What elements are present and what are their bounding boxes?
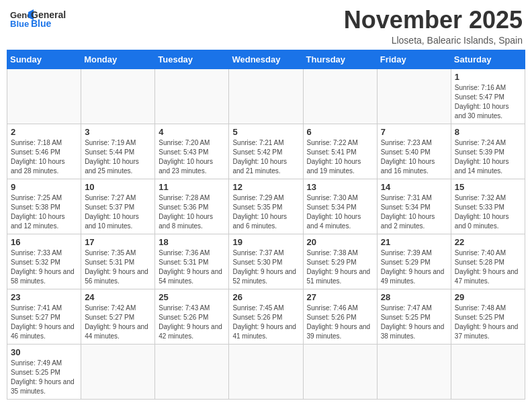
calendar-week-row: 30Sunrise: 7:49 AM Sunset: 5:25 PM Dayli… xyxy=(7,344,525,399)
logo-icon: General Blue xyxy=(9,7,34,31)
day-number: 7 xyxy=(381,127,447,137)
calendar-week-row: 9Sunrise: 7:25 AM Sunset: 5:38 PM Daylig… xyxy=(7,179,525,234)
table-row: 29Sunrise: 7:48 AM Sunset: 5:25 PM Dayli… xyxy=(451,289,525,344)
table-row xyxy=(81,68,155,124)
table-row: 17Sunrise: 7:35 AM Sunset: 5:31 PM Dayli… xyxy=(81,234,155,289)
day-info: Sunrise: 7:41 AM Sunset: 5:27 PM Dayligh… xyxy=(11,304,77,341)
day-number: 22 xyxy=(455,237,521,247)
table-row: 12Sunrise: 7:29 AM Sunset: 5:35 PM Dayli… xyxy=(229,179,303,234)
day-number: 23 xyxy=(11,292,77,302)
table-row xyxy=(229,344,303,399)
table-row: 21Sunrise: 7:39 AM Sunset: 5:29 PM Dayli… xyxy=(377,234,451,289)
weekday-header-tuesday: Tuesday xyxy=(155,50,229,68)
table-row: 30Sunrise: 7:49 AM Sunset: 5:25 PM Dayli… xyxy=(7,344,81,399)
table-row: 19Sunrise: 7:37 AM Sunset: 5:30 PM Dayli… xyxy=(229,234,303,289)
day-info: Sunrise: 7:48 AM Sunset: 5:25 PM Dayligh… xyxy=(455,304,521,341)
day-number: 15 xyxy=(455,182,521,192)
day-number: 17 xyxy=(85,237,151,247)
table-row: 24Sunrise: 7:42 AM Sunset: 5:27 PM Dayli… xyxy=(81,289,155,344)
table-row xyxy=(81,344,155,399)
day-info: Sunrise: 7:45 AM Sunset: 5:26 PM Dayligh… xyxy=(232,304,299,341)
table-row: 13Sunrise: 7:30 AM Sunset: 5:34 PM Dayli… xyxy=(303,179,377,234)
day-info: Sunrise: 7:38 AM Sunset: 5:29 PM Dayligh… xyxy=(307,248,373,286)
calendar-week-row: 1Sunrise: 7:16 AM Sunset: 5:47 PM Daylig… xyxy=(7,68,525,124)
table-row: 4Sunrise: 7:20 AM Sunset: 5:43 PM Daylig… xyxy=(155,124,229,179)
logo: General Blue General Blue xyxy=(9,7,66,31)
day-info: Sunrise: 7:19 AM Sunset: 5:44 PM Dayligh… xyxy=(85,138,151,176)
table-row: 23Sunrise: 7:41 AM Sunset: 5:27 PM Dayli… xyxy=(7,289,81,344)
day-info: Sunrise: 7:32 AM Sunset: 5:33 PM Dayligh… xyxy=(455,193,521,231)
location-text: Lloseta, Balearic Islands, Spain xyxy=(344,35,523,46)
table-row xyxy=(451,344,525,399)
table-row xyxy=(377,344,451,399)
table-row: 8Sunrise: 7:24 AM Sunset: 5:39 PM Daylig… xyxy=(451,124,525,179)
day-number: 26 xyxy=(232,292,299,302)
day-number: 20 xyxy=(307,237,373,247)
day-info: Sunrise: 7:16 AM Sunset: 5:47 PM Dayligh… xyxy=(455,83,521,121)
table-row: 28Sunrise: 7:47 AM Sunset: 5:25 PM Dayli… xyxy=(377,289,451,344)
day-number: 5 xyxy=(232,127,299,137)
day-info: Sunrise: 7:25 AM Sunset: 5:38 PM Dayligh… xyxy=(11,193,77,231)
day-info: Sunrise: 7:36 AM Sunset: 5:31 PM Dayligh… xyxy=(159,248,225,286)
day-info: Sunrise: 7:18 AM Sunset: 5:46 PM Dayligh… xyxy=(11,138,77,176)
day-info: Sunrise: 7:30 AM Sunset: 5:34 PM Dayligh… xyxy=(307,193,373,231)
table-row: 1Sunrise: 7:16 AM Sunset: 5:47 PM Daylig… xyxy=(451,68,525,124)
day-info: Sunrise: 7:21 AM Sunset: 5:42 PM Dayligh… xyxy=(232,138,299,176)
day-number: 21 xyxy=(381,237,447,247)
table-row: 3Sunrise: 7:19 AM Sunset: 5:44 PM Daylig… xyxy=(81,124,155,179)
table-row: 20Sunrise: 7:38 AM Sunset: 5:29 PM Dayli… xyxy=(303,234,377,289)
weekday-header-thursday: Thursday xyxy=(303,50,377,68)
table-row: 7Sunrise: 7:23 AM Sunset: 5:40 PM Daylig… xyxy=(377,124,451,179)
day-number: 30 xyxy=(11,347,77,357)
table-row: 2Sunrise: 7:18 AM Sunset: 5:46 PM Daylig… xyxy=(7,124,81,179)
weekday-header-saturday: Saturday xyxy=(451,50,525,68)
title-area: November 2025 Lloseta, Balearic Islands,… xyxy=(344,7,523,46)
header: General Blue General Blue November 2025 … xyxy=(7,7,525,46)
day-number: 27 xyxy=(307,292,373,302)
table-row: 9Sunrise: 7:25 AM Sunset: 5:38 PM Daylig… xyxy=(7,179,81,234)
table-row xyxy=(7,68,81,124)
day-number: 4 xyxy=(159,127,225,137)
day-info: Sunrise: 7:37 AM Sunset: 5:30 PM Dayligh… xyxy=(232,248,299,286)
day-info: Sunrise: 7:27 AM Sunset: 5:37 PM Dayligh… xyxy=(85,193,151,231)
table-row xyxy=(303,344,377,399)
table-row: 10Sunrise: 7:27 AM Sunset: 5:37 PM Dayli… xyxy=(81,179,155,234)
day-info: Sunrise: 7:20 AM Sunset: 5:43 PM Dayligh… xyxy=(159,138,225,176)
day-number: 12 xyxy=(232,182,299,192)
weekday-header-monday: Monday xyxy=(81,50,155,68)
table-row xyxy=(229,68,303,124)
table-row: 25Sunrise: 7:43 AM Sunset: 5:26 PM Dayli… xyxy=(155,289,229,344)
day-number: 14 xyxy=(381,182,447,192)
day-info: Sunrise: 7:42 AM Sunset: 5:27 PM Dayligh… xyxy=(85,304,151,341)
day-number: 6 xyxy=(307,127,373,137)
weekday-header-row: SundayMondayTuesdayWednesdayThursdayFrid… xyxy=(7,50,525,68)
day-info: Sunrise: 7:33 AM Sunset: 5:32 PM Dayligh… xyxy=(11,248,77,286)
day-number: 19 xyxy=(232,237,299,247)
day-number: 3 xyxy=(85,127,151,137)
day-number: 24 xyxy=(85,292,151,302)
day-number: 13 xyxy=(307,182,373,192)
day-info: Sunrise: 7:24 AM Sunset: 5:39 PM Dayligh… xyxy=(455,138,521,176)
day-number: 1 xyxy=(455,72,521,82)
table-row: 14Sunrise: 7:31 AM Sunset: 5:34 PM Dayli… xyxy=(377,179,451,234)
weekday-header-wednesday: Wednesday xyxy=(229,50,303,68)
day-number: 8 xyxy=(455,127,521,137)
calendar-week-row: 23Sunrise: 7:41 AM Sunset: 5:27 PM Dayli… xyxy=(7,289,525,344)
day-number: 10 xyxy=(85,182,151,192)
day-number: 29 xyxy=(455,292,521,302)
day-number: 25 xyxy=(159,292,225,302)
day-info: Sunrise: 7:43 AM Sunset: 5:26 PM Dayligh… xyxy=(159,304,225,341)
day-info: Sunrise: 7:49 AM Sunset: 5:25 PM Dayligh… xyxy=(11,359,77,396)
day-info: Sunrise: 7:39 AM Sunset: 5:29 PM Dayligh… xyxy=(381,248,447,286)
calendar-week-row: 16Sunrise: 7:33 AM Sunset: 5:32 PM Dayli… xyxy=(7,234,525,289)
day-number: 16 xyxy=(11,237,77,247)
day-info: Sunrise: 7:47 AM Sunset: 5:25 PM Dayligh… xyxy=(381,304,447,341)
table-row: 6Sunrise: 7:22 AM Sunset: 5:41 PM Daylig… xyxy=(303,124,377,179)
svg-text:Blue: Blue xyxy=(10,19,29,29)
day-info: Sunrise: 7:40 AM Sunset: 5:28 PM Dayligh… xyxy=(455,248,521,286)
table-row: 15Sunrise: 7:32 AM Sunset: 5:33 PM Dayli… xyxy=(451,179,525,234)
table-row: 16Sunrise: 7:33 AM Sunset: 5:32 PM Dayli… xyxy=(7,234,81,289)
table-row xyxy=(303,68,377,124)
day-info: Sunrise: 7:29 AM Sunset: 5:35 PM Dayligh… xyxy=(232,193,299,231)
day-number: 18 xyxy=(159,237,225,247)
